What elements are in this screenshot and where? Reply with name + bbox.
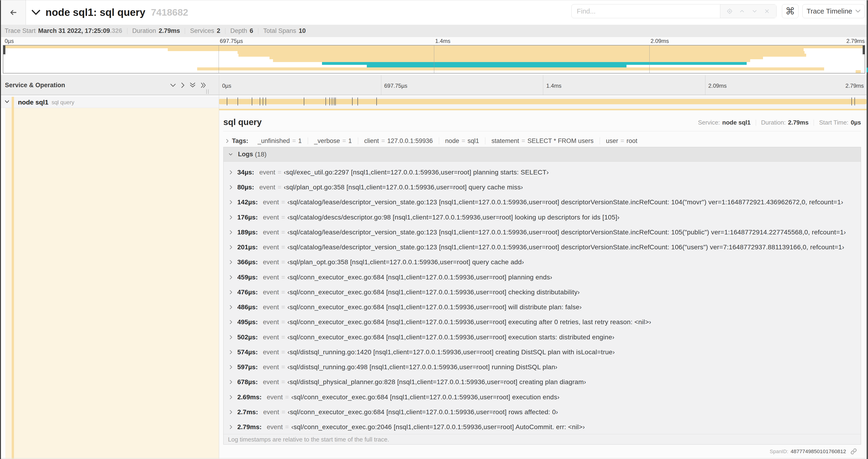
tag-item[interactable]: client=127.0.0.1:59936 — [364, 137, 433, 144]
log-row[interactable]: 486µs:event=‹sql/conn_executor_exec.go:6… — [223, 300, 861, 315]
log-timestamp: 486µs: — [237, 303, 258, 311]
meta-label: Duration: — [761, 119, 786, 126]
expand-one-icon[interactable] — [181, 82, 185, 88]
detail-span-bar — [219, 109, 867, 110]
log-timestamp: 366µs: — [237, 258, 258, 266]
tag-item[interactable]: statement=SELECT * FROM users — [491, 137, 593, 144]
log-row[interactable]: 574µs:event=‹sql/distsql_running.go:1420… — [223, 345, 861, 360]
focus-match-icon[interactable] — [726, 8, 733, 14]
log-row[interactable]: 176µs:event=‹sql/catalog/descs/descripto… — [223, 210, 861, 225]
span-duration-bar[interactable] — [219, 99, 867, 104]
tag-divider — [358, 137, 358, 144]
log-row[interactable]: 189µs:event=‹sql/catalog/lease/descripto… — [223, 225, 861, 240]
keyboard-shortcuts-button[interactable]: ⌘ — [782, 4, 799, 18]
log-expand-chevron-icon — [229, 410, 232, 415]
back-button[interactable] — [1, 0, 26, 25]
logs-label: Logs — [238, 151, 253, 158]
summary-value: 10 — [299, 27, 306, 35]
trace-summary-bar: Trace StartMarch 31 2022, 17:25:09.326Du… — [0, 25, 868, 37]
log-row[interactable]: 201µs:event=‹sql/catalog/lease/descripto… — [223, 240, 861, 255]
tags-expand-chevron-icon — [226, 139, 229, 143]
minimap-span-bar — [273, 59, 750, 62]
log-row[interactable]: 678µs:event=‹sql/distsql_physical_planne… — [223, 374, 861, 390]
minimap-right-scrub-handle[interactable] — [863, 45, 865, 54]
row-service-name[interactable]: node sql1 — [18, 97, 49, 108]
minimap-span-bar — [168, 48, 804, 51]
timeline-gridline — [543, 75, 543, 95]
log-field-value: ‹sql/distsql_running.go:1420 [nsql1,clie… — [287, 349, 615, 356]
tag-item[interactable]: _unfinished=1 — [257, 137, 302, 144]
log-eq: = — [275, 169, 284, 176]
row-collapse-chevron-icon[interactable] — [5, 100, 9, 103]
expand-all-icon[interactable] — [201, 82, 206, 88]
log-row[interactable]: 459µs:event=‹sql/conn_executor_exec.go:6… — [223, 270, 861, 285]
collapse-all-icon[interactable] — [190, 82, 195, 88]
minimap-axis-tick: 2.79ms — [846, 38, 865, 44]
log-row[interactable]: 2.79ms:event=‹sql/conn_executor_exec.go:… — [223, 420, 861, 434]
span-row-node-sql1[interactable]: node sql1 sql query — [0, 97, 868, 108]
link-icon[interactable] — [850, 448, 857, 455]
minimap-axis-tick: 1.4ms — [435, 38, 450, 44]
tags-row[interactable]: Tags: _unfinished=1_verbose=1client=127.… — [223, 134, 638, 147]
top-bar: node sql1: sql query 7418682 ⌘ Trace Tim… — [0, 0, 868, 25]
clear-search-icon[interactable] — [764, 8, 770, 14]
log-expand-chevron-icon — [229, 230, 232, 235]
summary-value: 2 — [217, 27, 220, 35]
prev-result-icon[interactable] — [739, 8, 745, 14]
log-row[interactable]: 502µs:event=‹sql/conn_executor_exec.go:6… — [223, 330, 861, 345]
log-row[interactable]: 495µs:event=‹sql/conn_executor_exec.go:6… — [223, 315, 861, 330]
minimap-axis-labels: 0µs697.75µs1.4ms2.09ms2.79ms — [0, 37, 868, 45]
log-row[interactable]: 366µs:event=‹sql/plan_opt.go:358 [nsql1,… — [223, 255, 861, 270]
log-timestamp: 502µs: — [237, 333, 258, 341]
log-eq: = — [279, 408, 287, 416]
span-detail-row: sql query Service:node sql1Duration:2.79… — [0, 108, 868, 459]
logs-header[interactable]: Logs (18) — [223, 147, 861, 162]
log-row[interactable]: 142µs:event=‹sql/catalog/lease/descripto… — [223, 195, 861, 210]
log-timestamp: 495µs: — [237, 318, 258, 326]
log-timestamp: 34µs: — [237, 169, 254, 176]
next-result-icon[interactable] — [751, 8, 757, 14]
collapse-trace-chevron-icon[interactable] — [31, 9, 40, 15]
tag-item[interactable]: _verbose=1 — [314, 137, 352, 144]
row-operation-name[interactable]: sql query — [52, 97, 74, 108]
column-resizer-grip[interactable] — [206, 89, 209, 94]
trace-minimap[interactable] — [3, 45, 865, 73]
log-row[interactable]: 80µs:event=‹sql/plan_opt.go:358 [nsql1,c… — [223, 180, 861, 195]
log-marker-tick — [376, 97, 377, 105]
tag-item[interactable]: user=root — [606, 137, 638, 144]
view-selector-label: Trace Timeline — [807, 7, 852, 15]
collapse-one-icon[interactable] — [170, 84, 176, 87]
ruler-tick-label: 2.79ms — [845, 83, 864, 89]
log-field-value: ‹sql/exec_util.go:2297 [nsql1,client=127… — [284, 169, 549, 176]
trace-id: 7418682 — [151, 7, 188, 18]
log-expand-chevron-icon — [229, 200, 232, 204]
log-marker-tick — [227, 97, 227, 105]
minimap-left-scrub-handle[interactable] — [3, 45, 5, 54]
row-bottom-border — [0, 458, 868, 459]
timeline-header: Service & Operation 0µs697.75µs1.4ms2.09… — [0, 75, 868, 95]
summary-divider — [185, 28, 185, 34]
log-row[interactable]: 2.69ms:event=‹sql/conn_executor_exec.go:… — [223, 390, 861, 405]
log-eq: = — [279, 229, 287, 236]
summary-divider — [225, 28, 225, 34]
log-row[interactable]: 597µs:event=‹sql/distsql_running.go:498 … — [223, 360, 861, 374]
log-row[interactable]: 34µs:event=‹sql/exec_util.go:2297 [nsql1… — [223, 165, 861, 180]
window-left-edge — [0, 0, 1, 459]
log-expand-chevron-icon — [229, 185, 232, 190]
detail-operation-title: sql query — [223, 117, 262, 127]
log-field-key: event — [263, 214, 279, 221]
log-row[interactable]: 2.7ms:event=‹sql/conn_executor_exec.go:6… — [223, 405, 861, 420]
view-selector-button[interactable]: Trace Timeline — [802, 4, 865, 18]
log-expand-chevron-icon — [229, 395, 232, 399]
log-marker-tick — [330, 97, 330, 105]
log-eq: = — [279, 363, 287, 371]
command-icon: ⌘ — [785, 6, 795, 17]
tag-item[interactable]: node=sql1 — [445, 137, 479, 144]
log-field-key: event — [263, 349, 279, 356]
log-row[interactable]: 476µs:event=‹sql/conn_executor_exec.go:6… — [223, 285, 861, 300]
minimap-span-bar — [270, 57, 763, 59]
find-input[interactable] — [572, 4, 720, 18]
back-arrow-icon — [10, 9, 17, 16]
log-expand-chevron-icon — [229, 335, 232, 339]
log-field-value: ‹sql/conn_executor_exec.go:684 [nsql1,cl… — [288, 408, 558, 416]
